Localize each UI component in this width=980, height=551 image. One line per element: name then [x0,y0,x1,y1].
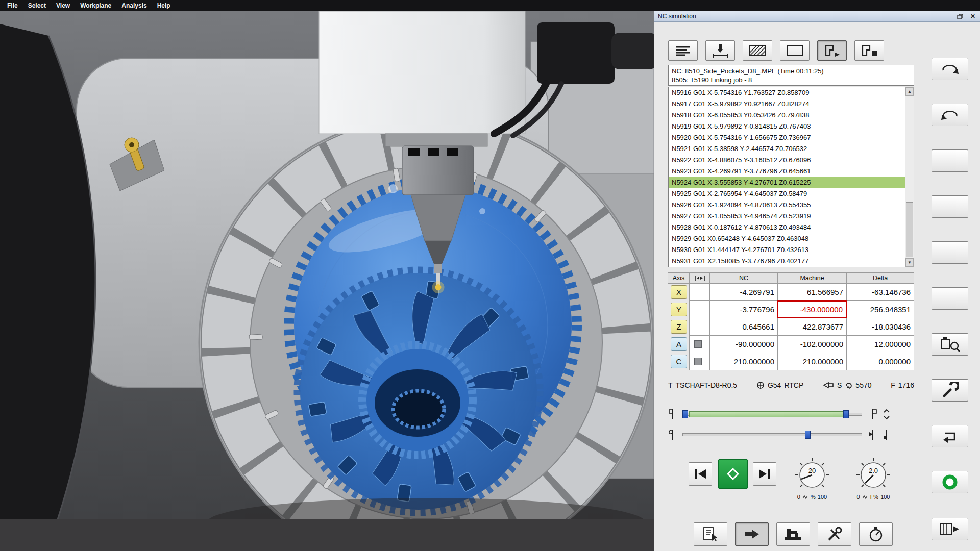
code-scrollbar[interactable]: ▲ ▼ [905,87,914,267]
scroll-up-icon[interactable]: ▲ [905,87,914,96]
nc-code-line[interactable]: N5931 G01 X2.158085 Y-3.776796 Z0.402177 [669,256,905,267]
machine-check-button[interactable] [932,333,968,356]
nc-code-line[interactable]: N5917 G01 X-5.979892 Y0.921667 Z0.828274 [669,98,905,110]
axis-table-header: Axis NC Machine Delta [668,272,914,284]
machine-magnify-icon [939,336,961,353]
feed-pulse-icon [862,494,868,499]
nc-code-line[interactable]: N5926 G01 X-1.924094 Y-4.870613 Z0.55435… [669,199,905,211]
side-blank-button-2[interactable] [932,195,968,218]
menu-help[interactable]: Help [152,1,176,11]
header-limits [689,272,710,284]
axis-c-button[interactable]: C [671,355,687,368]
step-forward-button[interactable] [753,462,776,486]
nc-code-line-current[interactable]: N5924 G01 X-3.555853 Y-4.276701 Z0.61522… [669,177,905,188]
nc-list-icon [674,45,692,56]
axis-x-nc-value: -4.269791 [709,283,778,301]
current-position-marker-icon [668,429,677,441]
axis-limits-icon [694,275,706,281]
rtcp-flag: RTCP [784,381,803,389]
exit-simulation-button[interactable] [932,518,968,540]
stock-display-button[interactable] [743,40,772,61]
nc-code-list[interactable]: N5916 G01 X-5.754316 Y1.763527 Z0.858709… [668,87,914,267]
side-blank-button-4[interactable] [932,287,968,310]
nc-code-line[interactable]: N5920 G01 X-5.754316 Y-1.656675 Z0.73696… [669,132,905,143]
float-panel-icon[interactable] [957,13,964,20]
axis-y-button[interactable]: Y [671,303,687,316]
simulation-3d-viewport[interactable] [0,11,654,551]
range-start-handle[interactable] [682,410,688,418]
nc-code-line[interactable]: N5918 G01 X-6.055853 Y0.053426 Z0.797838 [669,110,905,121]
override-dial-icon: 20 [793,456,831,494]
tool-name: TSCHAFT-D8-R0.5 [676,381,738,389]
feed-scale-label: 0 F% 100 [857,494,890,500]
menu-analysis[interactable]: Analysis [116,1,152,11]
current-block-handle[interactable] [805,431,811,439]
time-analysis-button[interactable] [859,522,893,546]
machine-head-display-button[interactable] [817,40,847,61]
current-block-track[interactable] [682,430,862,439]
rotate-ccw-icon [940,108,960,121]
override-scale-label: 0 % 100 [797,494,827,500]
axis-c-lock-checkbox[interactable] [694,358,702,365]
tool-status-line: T TSCHAFT-D8-R0.5 G54 RTCP S 5570 [668,380,914,391]
feed-rate: 1716 [898,381,914,389]
continue-button[interactable] [735,522,769,546]
tool-measure-button[interactable] [705,40,735,61]
rotate-ccw-button[interactable] [932,104,968,126]
scrollbar-thumb[interactable] [906,202,913,257]
nc-code-line[interactable]: N5929 G01 X0.654248 Y-4.645037 Z0.463048 [669,233,905,244]
nc-code-line[interactable]: N5930 G01 X1.444147 Y-4.276701 Z0.432613 [669,244,905,256]
nc-code-line[interactable]: N5927 G01 X-1.055853 Y-4.946574 Z0.52391… [669,211,905,222]
nc-list-button[interactable] [668,40,698,61]
axis-a-option-cell [689,335,710,353]
loop-button[interactable] [932,425,968,447]
axis-c-delta-value: 0.000000 [846,353,914,370]
nc-code-line[interactable]: N5928 G01 X-0.187612 Y-4.870613 Z0.49348… [669,222,905,233]
nc-code-line[interactable]: N5916 G01 X-5.754316 Y1.763527 Z0.858709 [669,87,905,98]
axis-x-button[interactable]: X [671,285,687,299]
nc-code-line[interactable]: N5923 G01 X-4.269791 Y-3.776796 Z0.64566… [669,166,905,177]
close-icon[interactable]: ✕ [969,13,976,20]
side-blank-button-3[interactable] [932,241,968,264]
machine-block-display-button[interactable] [854,40,884,61]
simulated-range-bar [689,411,843,417]
axis-z-button[interactable]: Z [671,320,687,334]
machine-icon [783,527,803,542]
menu-file[interactable]: File [2,1,23,11]
nc-job-info: 8505: T5190 Linking job - 8 [672,76,911,84]
panel-title: NC simulation [658,13,696,20]
nc-code-line[interactable]: N5922 G01 X-4.886075 Y-3.160512 Z0.67609… [669,155,905,166]
axis-a-lock-checkbox[interactable] [694,340,702,348]
scroll-down-icon[interactable]: ▼ [905,258,914,267]
speed-override-knob[interactable]: 20 0 % 100 [782,456,842,500]
step-back-button[interactable] [689,462,712,486]
start-simulation-button[interactable] [932,471,968,493]
nc-code-line[interactable]: N5919 G01 X-5.979892 Y-0.814815 Z0.76740… [669,121,905,132]
axis-a-delta-value: 12.000000 [846,335,914,353]
tools-button[interactable] [818,522,851,546]
machine-settings-button[interactable] [776,522,810,546]
header-axis: Axis [668,272,690,284]
simulation-progress-track[interactable] [682,410,862,419]
menu-select[interactable]: Select [23,1,51,11]
nc-code-line[interactable]: N5921 G01 X-5.38598 Y-2.446574 Z0.706532 [669,143,905,155]
block-counter-icon [883,408,891,420]
range-start-marker-icon [668,408,677,420]
panel-side-toolbar [930,22,970,551]
nc-code-line[interactable]: N5925 G01 X-2.765954 Y-4.645037 Z0.58479 [669,188,905,199]
feed-override-knob[interactable]: 2.0 0 F% 100 [844,456,903,500]
play-button[interactable] [718,459,748,489]
rotate-cw-button[interactable] [932,58,968,80]
settings-button[interactable] [932,379,968,402]
range-end-handle[interactable] [843,410,849,418]
film-exit-icon [939,521,961,537]
blank-display-button[interactable] [780,40,810,61]
axis-c-nc-value: 210.000000 [709,353,778,370]
side-blank-button-1[interactable] [932,149,968,172]
menu-view[interactable]: View [51,1,75,11]
axis-a-button[interactable]: A [671,337,687,351]
simulation-range-row [668,406,914,422]
application-window: File Select View Workplane Analysis Help [0,0,980,551]
protocol-button[interactable] [694,522,727,546]
menu-workplane[interactable]: Workplane [75,1,116,11]
